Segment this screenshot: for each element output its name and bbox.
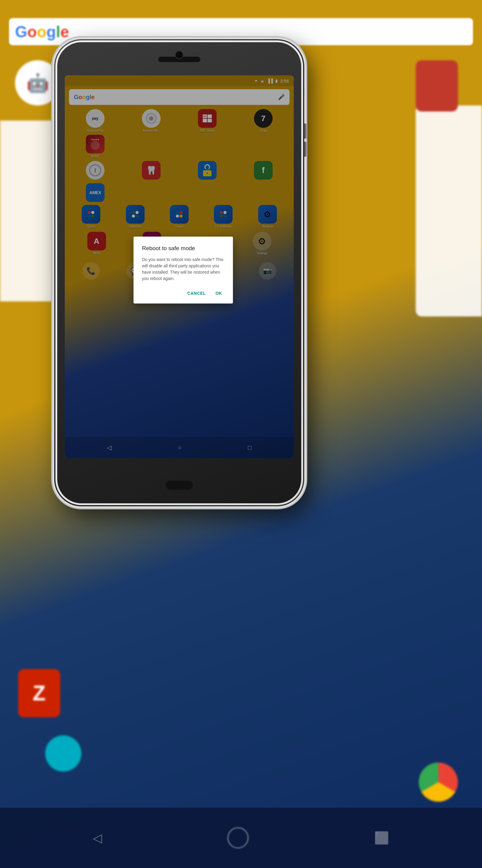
reboot-dialog: Reboot to safe mode Do you want to reboo… bbox=[133, 237, 233, 304]
dialog-overlay: Reboot to safe mode Do you want to reboo… bbox=[65, 75, 294, 458]
phone-home-button bbox=[166, 481, 193, 490]
phone-camera bbox=[175, 51, 184, 59]
phone-device: ✦ ▲ ▐▐ ▮ 3:56 Google 🎤 pay bbox=[54, 39, 304, 506]
dialog-buttons: CANCEL OK bbox=[142, 288, 224, 300]
bg-white-card-right bbox=[416, 105, 482, 316]
cancel-button[interactable]: CANCEL bbox=[185, 288, 208, 298]
screen-content: ✦ ▲ ▐▐ ▮ 3:56 Google 🎤 pay bbox=[65, 75, 294, 458]
dialog-title: Reboot to safe mode bbox=[142, 245, 224, 252]
bg-icon-baseball bbox=[416, 60, 458, 112]
bg-icon-android: 🤖 bbox=[15, 60, 60, 105]
bg-teal-icon bbox=[45, 735, 81, 772]
bg-z-app: Z bbox=[18, 669, 60, 717]
volume-down-button[interactable] bbox=[304, 142, 307, 157]
volume-up-button[interactable] bbox=[304, 124, 307, 138]
phone-screen: ✦ ▲ ▐▐ ▮ 3:56 Google 🎤 pay bbox=[65, 75, 294, 458]
ok-button[interactable]: OK bbox=[213, 288, 224, 298]
bg-bottom-nav: ◁ ⬜ bbox=[0, 808, 482, 868]
bg-chrome-icon bbox=[419, 763, 458, 802]
dialog-message: Do you want to reboot into safe mode? Th… bbox=[142, 256, 224, 282]
bg-white-card-left bbox=[0, 121, 60, 301]
